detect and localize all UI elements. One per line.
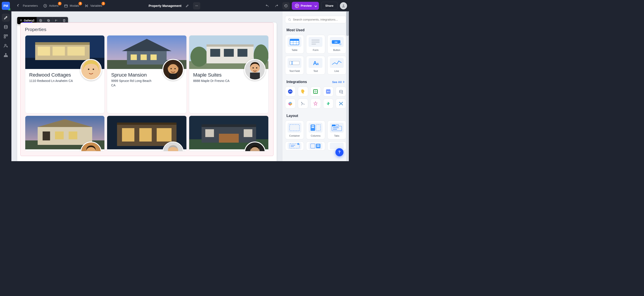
parameters-button[interactable]: Parameters	[15, 2, 40, 9]
svg-rect-23	[48, 20, 50, 22]
user-avatar-button[interactable]	[340, 2, 347, 9]
layout-heading: Layout	[286, 114, 345, 118]
redo-button[interactable]	[273, 2, 280, 9]
svg-rect-65	[42, 132, 50, 141]
help-button[interactable]: ?	[336, 148, 344, 156]
svg-line-88	[290, 20, 291, 21]
gallery-card[interactable]	[189, 116, 269, 151]
component-form[interactable]: Form	[306, 35, 325, 54]
svg-rect-54	[224, 49, 234, 57]
svg-rect-134	[291, 146, 294, 147]
svg-rect-133	[291, 145, 295, 146]
svg-rect-14	[4, 37, 5, 38]
svg-point-6	[196, 5, 196, 6]
rail-layout[interactable]	[2, 32, 10, 40]
gallery-card[interactable]	[25, 116, 105, 151]
svg-rect-125	[332, 125, 336, 126]
component-icon	[308, 143, 322, 149]
component-tabs-label: Tabs	[334, 134, 339, 137]
actions-button[interactable]: Actions 3	[41, 2, 61, 9]
integration-item[interactable]	[310, 87, 321, 96]
variables-button[interactable]: Variables 1	[82, 2, 104, 9]
layout-grid: Container Columns Tabs	[285, 121, 346, 150]
component-columns[interactable]: Columns	[306, 121, 325, 139]
component-line[interactable]: Line	[327, 56, 346, 75]
actions-label: Actions	[49, 4, 58, 7]
svg-point-49	[190, 47, 208, 67]
preview-button[interactable]: Preview	[292, 2, 319, 10]
share-label: Share	[325, 4, 334, 7]
svg-rect-127	[333, 127, 339, 128]
rail-users[interactable]	[2, 42, 10, 50]
form-icon	[308, 37, 322, 47]
play-icon	[295, 4, 299, 8]
svg-point-34	[93, 69, 94, 70]
gallery-card[interactable]	[107, 116, 187, 151]
textfield-icon	[288, 58, 302, 68]
rail-data[interactable]	[2, 23, 10, 31]
svg-rect-99	[290, 61, 300, 65]
integration-item[interactable]	[285, 87, 296, 96]
svg-rect-90	[290, 39, 299, 41]
svg-rect-138	[317, 146, 320, 147]
canvas-area[interactable]: Gallery2 Properties	[12, 11, 282, 161]
svg-point-7	[196, 5, 197, 6]
gallery-card[interactable]: Maple Suites 8888 Maple Dr Fresno CA	[189, 35, 269, 113]
svg-rect-74	[157, 128, 172, 142]
app-logo[interactable]: PM	[2, 2, 10, 10]
arrow-up-icon	[20, 19, 22, 22]
actions-icon	[43, 4, 47, 8]
component-textfield[interactable]: Text Field	[285, 56, 304, 75]
component-search[interactable]	[285, 16, 346, 23]
svg-rect-75	[117, 123, 176, 125]
scrollbar-thumb[interactable]	[346, 11, 349, 36]
topbar: PM Parameters Actions 3 Modals 3 Variabl…	[0, 0, 349, 11]
component-icon	[288, 143, 302, 149]
agent-avatar	[80, 59, 102, 80]
integration-item[interactable]	[298, 99, 308, 109]
svg-rect-29	[52, 47, 64, 56]
property-address: 1110 Redwood Ln Anaheim CA	[29, 79, 74, 83]
scrollbar[interactable]	[346, 11, 349, 161]
modals-button[interactable]: Modals 3	[62, 2, 82, 9]
undo-button[interactable]	[264, 2, 271, 9]
component-item[interactable]	[306, 142, 325, 150]
integration-item[interactable]	[323, 87, 334, 96]
parameters-icon	[17, 4, 21, 8]
gallery-component[interactable]: Properties Redwood Cottages 1110 Redwood…	[20, 22, 274, 156]
text-icon: Aa	[308, 58, 322, 68]
modals-icon	[64, 4, 68, 8]
integration-item[interactable]	[285, 99, 296, 109]
see-all-label: See All	[332, 80, 342, 84]
svg-point-111	[340, 90, 342, 92]
gallery-card[interactable]: Redwood Cottages 1110 Redwood Ln Anaheim…	[25, 35, 105, 113]
see-all-link[interactable]: See All	[332, 80, 345, 84]
more-menu-button[interactable]	[193, 2, 200, 9]
component-search-input[interactable]	[293, 18, 343, 21]
svg-rect-83	[205, 129, 214, 137]
integration-item[interactable]	[323, 99, 334, 109]
pencil-icon	[186, 4, 189, 7]
integration-item[interactable]	[310, 99, 321, 109]
gallery-card[interactable]: Spruce Mansion 9999 Spruce Rd Long Beach…	[107, 35, 187, 113]
integration-item[interactable]	[336, 87, 346, 96]
property-address: 8888 Maple Dr Fresno CA	[193, 79, 238, 83]
history-button[interactable]	[282, 2, 290, 9]
svg-rect-19	[5, 56, 6, 57]
integration-item[interactable]	[298, 87, 308, 96]
rail-design[interactable]	[2, 14, 10, 22]
component-container[interactable]: Container	[285, 121, 304, 139]
rail-tree[interactable]	[2, 51, 10, 59]
component-table[interactable]: Table	[285, 35, 304, 54]
svg-rect-53	[210, 49, 220, 57]
component-tabs[interactable]: Tabs	[327, 121, 346, 139]
integration-item[interactable]	[336, 99, 346, 109]
edit-title-button[interactable]	[184, 2, 191, 9]
svg-rect-119	[290, 125, 300, 131]
gallery-cards: Redwood Cottages 1110 Redwood Ln Anaheim…	[20, 33, 273, 156]
component-text-label: Text	[313, 70, 318, 72]
component-button[interactable]: OK Button	[327, 35, 346, 54]
component-item[interactable]	[285, 142, 304, 150]
share-button[interactable]: Share	[321, 2, 338, 10]
component-text[interactable]: Aa Text	[306, 56, 325, 75]
